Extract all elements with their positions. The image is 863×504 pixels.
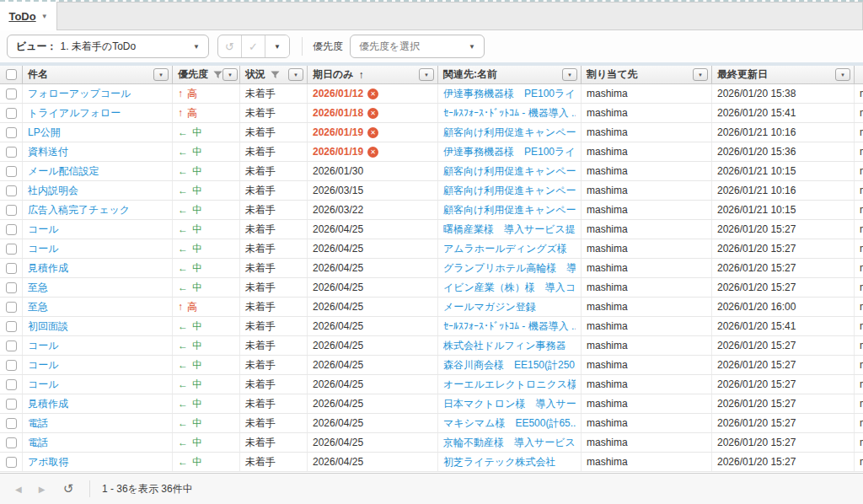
row-checkbox[interactable] [6,321,17,332]
row-checkbox[interactable] [6,185,17,196]
col-header-related[interactable]: 関連先:名前 ▼ [438,66,582,83]
confirm-button[interactable]: ✓ [242,35,265,57]
col-header-last-modified[interactable]: 最終更新日 ▼ [712,66,855,83]
related-link[interactable]: 初芝ライテック株式会社 [443,455,555,469]
col-header-subject[interactable]: 件名 ▼ [23,66,173,83]
task-subject-link[interactable]: 初回面談 [28,319,68,334]
row-checkbox[interactable] [6,263,17,274]
row-checkbox[interactable] [6,360,17,371]
row-checkbox[interactable] [6,379,17,390]
task-subject-link[interactable]: 見積作成 [28,397,68,411]
col-header-clipped [855,66,863,83]
task-subject-link[interactable]: 至急 [28,281,48,295]
row-checkbox[interactable] [6,224,17,235]
column-menu-button[interactable]: ▼ [419,68,434,81]
row-checkbox[interactable] [6,244,17,255]
related-link[interactable]: 伊達事務機器様 PE100ライ... [443,87,576,101]
row-checkbox[interactable] [6,166,17,177]
due-date-cell: 2026/04/25 [308,356,438,374]
col-header-priority[interactable]: 優先度 ▼ [173,66,240,83]
related-link[interactable]: 森谷川商会様 EE150(計250... [443,358,576,373]
row-checkbox[interactable] [6,418,17,429]
chevron-down-icon: ▼ [424,72,429,78]
chevron-down-icon: ▼ [158,72,163,78]
related-link[interactable]: ｾｰﾙｽﾌｫｰｽ･ﾄﾞｯﾄｺﾑ - 機器導入 ... [443,319,576,334]
related-link[interactable]: 顧客向け利用促進キャンペーン [443,184,576,198]
task-subject-link[interactable]: 至急 [28,300,48,314]
priority-filter-select[interactable]: 優先度を選択 ▼ [350,35,485,58]
column-menu-button[interactable]: ▼ [693,68,708,81]
due-date-value: 2026/04/25 [313,223,363,235]
row-checkbox[interactable] [6,302,17,313]
row-checkbox[interactable] [6,127,17,138]
undo-button[interactable]: ↺ [218,35,242,57]
previous-page-button[interactable]: ◀ [7,485,30,494]
select-all-checkbox[interactable] [6,69,17,80]
task-subject-link[interactable]: コール [28,358,59,373]
column-menu-button[interactable]: ▼ [222,68,238,81]
tab-todo[interactable]: ToDo ▼ [0,2,56,30]
refresh-button[interactable]: ↻ [53,481,84,496]
related-link[interactable]: メールマガジン登録 [443,300,536,314]
task-subject-link[interactable]: 電話 [28,416,48,431]
row-checkbox[interactable] [6,340,17,351]
related-link[interactable]: 京輪不動産様 導入サービス... [443,436,576,450]
task-subject-link[interactable]: フォローアップコール [28,87,131,101]
related-link[interactable]: マキシマム様 EE500(計65... [443,416,576,431]
related-link[interactable]: 顧客向け利用促進キャンペーン [443,126,576,140]
related-link[interactable]: 株式会社ドルフィン事務器 [443,339,566,353]
modified-value: 2026/01/20 15:27 [717,398,796,410]
view-actions-group: ↺ ✓ ▼ [217,35,290,58]
task-subject-link[interactable]: アポ取得 [28,455,69,469]
row-checkbox[interactable] [6,399,17,410]
col-header-status[interactable]: 状況 ▼ [240,66,308,83]
row-checkbox[interactable] [6,147,17,158]
related-link[interactable]: 曙橋産業様 導入サービス提... [443,223,576,237]
task-subject-link[interactable]: 見積作成 [28,261,68,276]
assignee-value: mashima [587,320,628,332]
task-subject-link[interactable]: メール配信設定 [28,164,99,179]
row-checkbox[interactable] [6,205,17,216]
task-subject-link[interactable]: コール [28,339,59,353]
related-link[interactable]: オーエルエレクトロニクス様... [443,378,576,392]
col-header-assignee[interactable]: 割り当て先 ▼ [582,66,712,83]
status-value: 未着手 [245,339,276,353]
col-header-due-date[interactable]: 期日のみ ↑ ▼ [308,66,438,83]
related-link[interactable]: 顧客向け利用促進キャンペーン [443,203,576,217]
related-link[interactable]: グランプリホテル高輪様 導... [443,261,576,276]
related-link[interactable]: アムラホールディングズ様 ... [443,242,576,256]
task-subject-link[interactable]: 社内説明会 [28,184,78,198]
related-link[interactable]: 日本マクトロン様 導入サー... [443,397,576,411]
task-subject-link[interactable]: LP公開 [28,126,61,140]
view-select[interactable]: ビュー： 1. 未着手のToDo ▼ [7,35,209,58]
priority-cell: ↑高 [173,84,240,103]
filter-icon[interactable] [271,70,280,79]
tab-caret-icon[interactable]: ▼ [41,13,48,20]
task-subject-link[interactable]: コール [28,223,59,237]
column-menu-button[interactable]: ▼ [288,68,303,81]
task-subject-link[interactable]: 資料送付 [28,145,68,159]
task-subject-link[interactable]: トライアルフォロー [28,106,121,121]
priority-cell: ←中 [173,433,240,452]
view-actions-menu-button[interactable]: ▼ [265,35,289,57]
related-link[interactable]: ｾｰﾙｽﾌｫｰｽ･ﾄﾞｯﾄｺﾑ - 機器導入 ... [443,106,576,121]
column-menu-button[interactable]: ▼ [835,68,850,81]
filter-icon[interactable] [213,70,222,79]
task-subject-link[interactable]: コール [28,242,59,256]
modified-value: 2026/01/20 15:36 [717,146,796,158]
related-link[interactable]: イビン産業（株）様 導入コ... [443,281,576,295]
row-checkbox[interactable] [6,437,17,448]
next-page-button[interactable]: ▶ [30,485,54,494]
status-value: 未着手 [245,261,276,276]
row-checkbox[interactable] [6,108,17,119]
row-checkbox[interactable] [6,457,17,468]
task-subject-link[interactable]: 広告入稿完了チェック [28,203,130,217]
column-menu-button[interactable]: ▼ [153,68,169,81]
column-menu-button[interactable]: ▼ [562,68,577,81]
related-link[interactable]: 顧客向け利用促進キャンペーン [443,164,576,179]
task-subject-link[interactable]: 電話 [28,436,48,450]
related-link[interactable]: 伊達事務機器様 PE100ライ... [443,145,576,159]
row-checkbox[interactable] [6,88,17,99]
task-subject-link[interactable]: コール [28,378,59,392]
row-checkbox[interactable] [6,282,17,293]
